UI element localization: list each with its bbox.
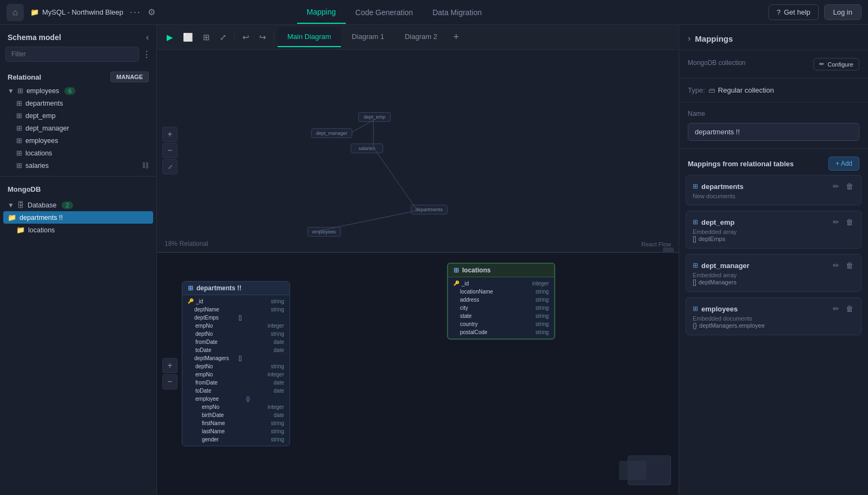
sidebar-item-dept-emp[interactable]: ⊞ dept_emp [0, 109, 156, 122]
center-area: ▶ ⬜ ⊞ ⤢ ↩ ↪ Main Diagram Diagram 1 Diagr… [157, 25, 679, 495]
sidebar-item-locations[interactable]: ⊞ locations [0, 147, 156, 159]
help-icon: ? [777, 8, 780, 16]
add-mapping-button[interactable]: + Add [828, 157, 859, 171]
table-icon: ⊞ [16, 99, 22, 107]
bracket-icon: [] [693, 278, 696, 286]
zoom-in-bottom-button[interactable]: + [162, 358, 177, 373]
sidebar-item-dept-manager[interactable]: ⊞ dept_manager [0, 122, 156, 134]
mapping-card-dept-manager: ⊞ dept_manager ✏ 🗑 Embedded array [] dep… [686, 254, 862, 292]
top-canvas[interactable]: dept_emp dept_manager salaries departmen… [157, 50, 679, 253]
frame-tool-button[interactable]: ⬜ [179, 29, 198, 45]
sidebar-item-departments-selected[interactable]: 📁 departments !! [3, 211, 153, 224]
mongodb-section: MongoDB [0, 181, 156, 199]
delete-mapping-button[interactable]: 🗑 [845, 217, 854, 227]
zoom-out-bottom-button[interactable]: − [162, 374, 177, 389]
home-button[interactable]: ⌂ [6, 4, 24, 21]
table-icon: ⊞ [16, 136, 22, 145]
sidebar-item-employees[interactable]: ▼ ⊞ employees 6 [0, 84, 156, 97]
node-field: birthDate date [182, 411, 290, 419]
mapping-sub: Embedded array [693, 272, 854, 278]
tab-diagram-1[interactable]: Diagram 1 [342, 27, 394, 47]
nav-data-migration[interactable]: Data Migration [423, 2, 491, 23]
zoom-out-button[interactable]: − [162, 143, 177, 158]
sidebar-item-locations-mongo[interactable]: 📁 locations [0, 224, 156, 236]
nav-mapping[interactable]: Mapping [297, 1, 346, 24]
mini-node-dept-manager: dept_manager [311, 128, 352, 138]
tab-main-diagram[interactable]: Main Diagram [278, 27, 341, 47]
bottom-canvas[interactable]: ⊞ departments !! 🔑 _id string deptName s… [157, 253, 679, 495]
tab-diagram-2[interactable]: Diagram 2 [395, 27, 447, 47]
help-button[interactable]: ? Get help [768, 4, 818, 20]
database-badge: 2 [62, 201, 73, 209]
collection-icon: 📁 [16, 226, 25, 234]
filter-input[interactable] [5, 47, 139, 62]
pencil-icon: ✏ [819, 61, 824, 68]
more-options-button[interactable]: ··· [130, 6, 141, 18]
link-icon: ⛓ [142, 161, 149, 170]
zoom-controls: + − ⤢ [162, 127, 177, 174]
collection-name-input[interactable] [688, 123, 859, 141]
react-flow-label: React Flow [641, 241, 671, 248]
tab-bar: ▶ ⬜ ⊞ ⤢ ↩ ↪ Main Diagram Diagram 1 Diagr… [157, 25, 679, 50]
node-field: toDate date [182, 346, 290, 354]
zoom-in-button[interactable]: + [162, 127, 177, 142]
edit-mapping-button[interactable]: ✏ [832, 303, 840, 314]
node-field: locationName string [448, 288, 554, 296]
expand-icon: ▼ [8, 201, 14, 209]
node-field: deptName string [182, 305, 290, 314]
delete-mapping-button[interactable]: 🗑 [845, 181, 854, 192]
select-tool-button[interactable]: ▶ [162, 29, 177, 45]
mapping-sub: Embedded array [693, 229, 854, 235]
edit-mapping-button[interactable]: ✏ [832, 260, 840, 271]
redo-button[interactable]: ↪ [255, 29, 271, 45]
svg-rect-4 [663, 248, 674, 252]
nav-code-generation[interactable]: Code Generation [346, 2, 423, 23]
layout-tool-button[interactable]: ⊞ [199, 29, 214, 45]
fit-button[interactable]: ⤢ [162, 159, 177, 174]
sidebar-item-employees-sub[interactable]: ⊞ employees [0, 134, 156, 147]
configure-button[interactable]: ✏ Configure [813, 58, 859, 70]
node-field: firstName string [182, 419, 290, 427]
table-icon: ⊞ [693, 218, 698, 226]
delete-mapping-button[interactable]: 🗑 [845, 260, 854, 271]
edit-mapping-button[interactable]: ✏ [832, 181, 840, 192]
filter-options-button[interactable]: ⋮ [142, 49, 151, 60]
mapping-sub2: [] deptManagers [693, 278, 854, 286]
table-icon: ⊞ [16, 112, 22, 120]
employees-badge: 6 [64, 87, 75, 95]
node-title: departments !! [196, 284, 241, 292]
mapping-title: departments [701, 183, 744, 191]
table-icon: ⊞ [16, 124, 22, 132]
node-field: postalCode string [448, 328, 554, 336]
node-field: country string [448, 320, 554, 328]
mappings-from-tables-header: Mappings from relational tables + Add [679, 149, 868, 175]
bracket-icon: [] [693, 235, 696, 243]
login-button[interactable]: Log in [824, 4, 862, 20]
delete-mapping-button[interactable]: 🗑 [845, 303, 854, 314]
sidebar-item-database[interactable]: ▼ 🗄 Database 2 [0, 199, 156, 211]
sidebar-item-salaries[interactable]: ⊞ salaries ⛓ [0, 159, 156, 172]
right-panel-header: › Mappings [679, 25, 868, 50]
type-section: Type: 🗃 Regular collection [679, 79, 868, 102]
collapse-sidebar-button[interactable]: ‹ [146, 32, 149, 42]
node-field: state string [448, 312, 554, 320]
node-field: empNo integer [182, 322, 290, 330]
table-icon: ⊞ [453, 266, 459, 274]
undo-button[interactable]: ↩ [238, 29, 254, 45]
connect-tool-button[interactable]: ⤢ [215, 29, 231, 45]
add-diagram-button[interactable]: + [448, 27, 465, 47]
table-icon: ⊞ [16, 149, 22, 157]
node-field: deptManagers [] [182, 354, 290, 362]
locations-node[interactable]: ⊞ locations 🔑 _id integer locationName s… [447, 263, 555, 340]
mongodb-collection-section: MongoDB collection ✏ Configure [679, 50, 868, 79]
expand-panel-button[interactable]: › [688, 34, 691, 43]
canvas-split: dept_emp dept_manager salaries departmen… [157, 50, 679, 495]
node-field: lastName string [182, 427, 290, 435]
sidebar-item-departments[interactable]: ⊞ departments [0, 97, 156, 109]
departments-node[interactable]: ⊞ departments !! 🔑 _id string deptName s… [182, 281, 290, 446]
settings-button[interactable]: ⚙ [148, 7, 155, 17]
sidebar-filter-area: ⋮ [0, 47, 156, 67]
edit-mapping-button[interactable]: ✏ [832, 217, 840, 227]
mapping-sub2: {} deptManagers.employee [693, 322, 854, 329]
manage-button[interactable]: MANAGE [110, 71, 149, 82]
